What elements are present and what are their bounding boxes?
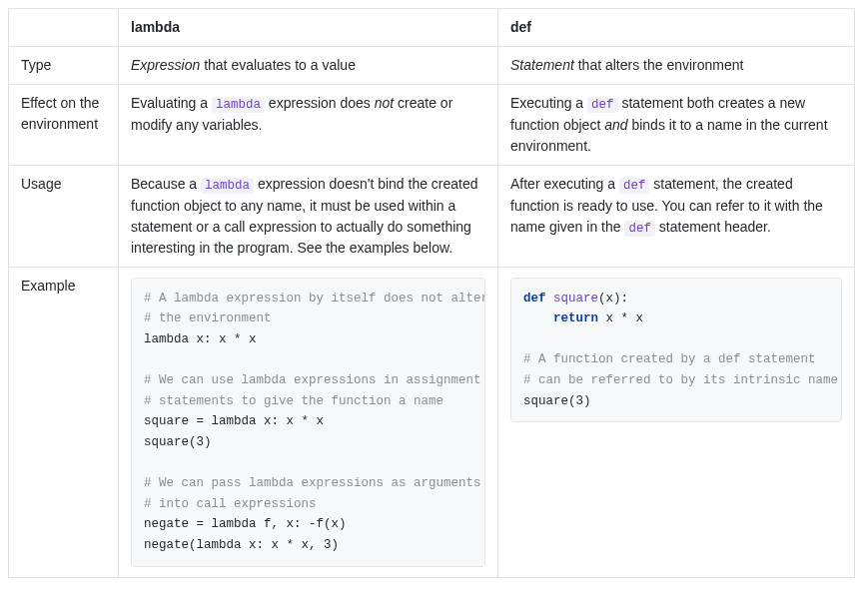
cell-example-lambda: # A lambda expression by itself does not… [119,267,498,577]
code-keyword-return: return [553,311,598,325]
row-label-example: Example [9,267,119,577]
cell-usage-def: After executing a def statement, the cre… [498,165,855,267]
code-line: lambda x: x * x [144,332,257,346]
text: Executing a [510,95,587,111]
cell-effect-lambda: Evaluating a lambda expression does not … [119,85,498,166]
code-line: square(3) [523,394,591,408]
code-comment: # the environment [144,311,272,325]
text: expression does [265,95,375,111]
cell-type-def: Statement that alters the environment [498,47,855,85]
code-line: square = lambda x: x * x [144,414,324,428]
text: statement header. [655,219,771,235]
code-comment: # We can pass lambda expressions as argu… [144,476,481,490]
type-def-rest: that alters the environment [574,57,744,73]
code-line: negate(lambda x: x * x, 3) [144,538,339,552]
inline-code-def: def [619,178,650,194]
table-row: Effect on the environment Evaluating a l… [9,85,855,166]
inline-code-lambda: lambda [201,178,254,194]
table-row: Example # A lambda expression by itself … [9,267,855,577]
row-label-usage: Usage [9,165,119,267]
text: After executing a [510,176,619,192]
inline-code-def: def [587,97,618,113]
comparison-table: lambda def Type Expression that evaluate… [8,8,855,578]
text: Because a [131,176,201,192]
em-and: and [604,117,627,133]
table-row: Usage Because a lambda expression doesn'… [9,165,855,267]
code-comment: # statements to give the function a name [144,394,443,408]
code-ret: x * x [598,311,643,325]
table-row: Type Expression that evaluates to a valu… [9,47,855,85]
row-label-type: Type [9,47,119,85]
cell-usage-lambda: Because a lambda expression doesn't bind… [119,165,498,267]
type-def-em: Statement [510,57,574,73]
inline-code-lambda: lambda [212,97,265,113]
em-not: not [375,95,394,111]
code-comment: # We can use lambda expressions in assig… [144,373,481,387]
code-comment: # A lambda expression by itself does not… [144,292,485,306]
cell-effect-def: Executing a def statement both creates a… [498,85,855,166]
inline-code-def: def [624,221,655,237]
code-block-def: def square(x): return x * x # A function… [510,278,842,423]
code-fn-name: square [553,292,598,306]
code-sig: (x): [598,292,628,306]
header-def: def [498,9,855,47]
code-indent [523,311,553,325]
header-lambda: lambda [119,9,498,47]
code-block-lambda: # A lambda expression by itself does not… [131,278,485,567]
code-keyword-def: def [523,292,546,306]
type-lambda-em: Expression [131,57,200,73]
row-label-effect: Effect on the environment [9,85,119,166]
text: Evaluating a [131,95,212,111]
cell-example-def: def square(x): return x * x # A function… [498,267,855,577]
code-comment: # into call expressions [144,497,317,511]
code-comment: # can be referred to by its intrinsic na… [523,373,838,387]
code-line: negate = lambda f, x: -f(x) [144,517,347,531]
table-header-row: lambda def [9,9,855,47]
code-comment: # A function created by a def statement [523,352,816,366]
type-lambda-rest: that evaluates to a value [200,57,356,73]
cell-type-lambda: Expression that evaluates to a value [119,47,498,85]
header-blank [9,9,119,47]
code-line: square(3) [144,435,212,449]
